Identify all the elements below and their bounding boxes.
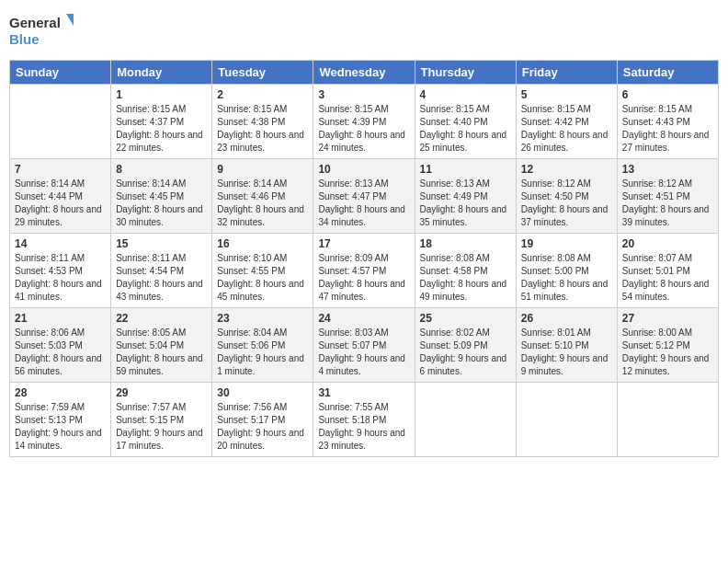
day-info: Sunrise: 8:12 AMSunset: 4:50 PMDaylight:… xyxy=(521,178,612,229)
day-number: 16 xyxy=(217,237,308,250)
calendar-cell: 24 Sunrise: 8:03 AMSunset: 5:07 PMDaylig… xyxy=(313,308,415,383)
day-info: Sunrise: 8:14 AMSunset: 4:45 PMDaylight:… xyxy=(116,178,207,229)
day-number: 27 xyxy=(622,312,713,325)
day-number: 21 xyxy=(15,312,106,325)
day-number: 26 xyxy=(521,312,612,325)
calendar-cell: 7 Sunrise: 8:14 AMSunset: 4:44 PMDayligh… xyxy=(10,159,111,234)
day-number: 19 xyxy=(521,237,612,250)
calendar-cell: 18 Sunrise: 8:08 AMSunset: 4:58 PMDaylig… xyxy=(415,234,516,308)
day-number: 8 xyxy=(116,163,207,176)
day-number: 28 xyxy=(15,386,106,399)
day-info: Sunrise: 8:14 AMSunset: 4:46 PMDaylight:… xyxy=(217,178,308,229)
calendar-cell: 22 Sunrise: 8:05 AMSunset: 5:04 PMDaylig… xyxy=(111,308,212,383)
logo-container: General Blue xyxy=(9,9,74,54)
day-info: Sunrise: 8:00 AMSunset: 5:12 PMDaylight:… xyxy=(622,327,713,378)
day-number: 30 xyxy=(217,386,308,399)
day-info: Sunrise: 8:04 AMSunset: 5:06 PMDaylight:… xyxy=(217,327,308,378)
header-monday: Monday xyxy=(111,61,212,85)
day-info: Sunrise: 8:07 AMSunset: 5:01 PMDaylight:… xyxy=(622,252,713,304)
day-number: 13 xyxy=(622,163,713,176)
calendar-cell: 13 Sunrise: 8:12 AMSunset: 4:51 PMDaylig… xyxy=(617,159,718,234)
calendar-cell: 21 Sunrise: 8:06 AMSunset: 5:03 PMDaylig… xyxy=(10,308,111,383)
day-info: Sunrise: 8:09 AMSunset: 4:57 PMDaylight:… xyxy=(318,252,409,304)
calendar-cell: 23 Sunrise: 8:04 AMSunset: 5:06 PMDaylig… xyxy=(212,308,313,383)
calendar-cell xyxy=(10,85,111,159)
day-info: Sunrise: 7:55 AMSunset: 5:18 PMDaylight:… xyxy=(318,401,409,453)
day-info: Sunrise: 8:14 AMSunset: 4:44 PMDaylight:… xyxy=(15,178,106,229)
day-info: Sunrise: 8:06 AMSunset: 5:03 PMDaylight:… xyxy=(15,327,106,378)
calendar-cell: 11 Sunrise: 8:13 AMSunset: 4:49 PMDaylig… xyxy=(415,159,516,234)
day-info: Sunrise: 8:08 AMSunset: 5:00 PMDaylight:… xyxy=(521,252,612,304)
svg-text:Blue: Blue xyxy=(9,31,40,47)
day-info: Sunrise: 8:13 AMSunset: 4:49 PMDaylight:… xyxy=(420,178,511,229)
calendar-cell: 25 Sunrise: 8:02 AMSunset: 5:09 PMDaylig… xyxy=(415,308,516,383)
calendar-cell: 4 Sunrise: 8:15 AMSunset: 4:40 PMDayligh… xyxy=(415,85,516,159)
day-info: Sunrise: 8:11 AMSunset: 4:54 PMDaylight:… xyxy=(116,252,207,304)
calendar-cell: 16 Sunrise: 8:10 AMSunset: 4:55 PMDaylig… xyxy=(212,234,313,308)
day-number: 17 xyxy=(318,237,409,250)
day-number: 31 xyxy=(318,386,409,399)
day-number: 5 xyxy=(521,88,612,101)
calendar-cell: 28 Sunrise: 7:59 AMSunset: 5:13 PMDaylig… xyxy=(10,383,111,457)
calendar-cell xyxy=(415,383,516,457)
day-info: Sunrise: 8:12 AMSunset: 4:51 PMDaylight:… xyxy=(622,178,713,229)
day-number: 2 xyxy=(217,88,308,101)
calendar-cell: 19 Sunrise: 8:08 AMSunset: 5:00 PMDaylig… xyxy=(516,234,617,308)
day-info: Sunrise: 7:57 AMSunset: 5:15 PMDaylight:… xyxy=(116,401,207,453)
header-thursday: Thursday xyxy=(415,61,516,85)
calendar-cell xyxy=(516,383,617,457)
day-number: 4 xyxy=(420,88,511,101)
day-info: Sunrise: 7:56 AMSunset: 5:17 PMDaylight:… xyxy=(217,401,308,453)
calendar-cell: 2 Sunrise: 8:15 AMSunset: 4:38 PMDayligh… xyxy=(212,85,313,159)
day-info: Sunrise: 8:10 AMSunset: 4:55 PMDaylight:… xyxy=(217,252,308,304)
header-friday: Friday xyxy=(516,61,617,85)
day-number: 6 xyxy=(622,88,713,101)
calendar-cell: 9 Sunrise: 8:14 AMSunset: 4:46 PMDayligh… xyxy=(212,159,313,234)
day-info: Sunrise: 8:15 AMSunset: 4:40 PMDaylight:… xyxy=(420,103,511,155)
calendar-table: SundayMondayTuesdayWednesdayThursdayFrid… xyxy=(9,60,719,457)
day-number: 29 xyxy=(116,386,207,399)
day-info: Sunrise: 8:15 AMSunset: 4:38 PMDaylight:… xyxy=(217,103,308,155)
calendar-cell: 14 Sunrise: 8:11 AMSunset: 4:53 PMDaylig… xyxy=(10,234,111,308)
calendar-cell: 31 Sunrise: 7:55 AMSunset: 5:18 PMDaylig… xyxy=(313,383,415,457)
calendar-cell: 3 Sunrise: 8:15 AMSunset: 4:39 PMDayligh… xyxy=(313,85,415,159)
day-number: 15 xyxy=(116,237,207,250)
calendar-cell: 17 Sunrise: 8:09 AMSunset: 4:57 PMDaylig… xyxy=(313,234,415,308)
calendar-cell: 5 Sunrise: 8:15 AMSunset: 4:42 PMDayligh… xyxy=(516,85,617,159)
day-info: Sunrise: 8:15 AMSunset: 4:39 PMDaylight:… xyxy=(318,103,409,155)
calendar-cell: 29 Sunrise: 7:57 AMSunset: 5:15 PMDaylig… xyxy=(111,383,212,457)
day-number: 22 xyxy=(116,312,207,325)
day-info: Sunrise: 8:02 AMSunset: 5:09 PMDaylight:… xyxy=(420,327,511,378)
day-number: 1 xyxy=(116,88,207,101)
day-number: 20 xyxy=(622,237,713,250)
day-info: Sunrise: 8:03 AMSunset: 5:07 PMDaylight:… xyxy=(318,327,409,378)
day-info: Sunrise: 8:01 AMSunset: 5:10 PMDaylight:… xyxy=(521,327,612,378)
day-number: 3 xyxy=(318,88,409,101)
calendar-cell: 27 Sunrise: 8:00 AMSunset: 5:12 PMDaylig… xyxy=(617,308,718,383)
calendar-cell: 26 Sunrise: 8:01 AMSunset: 5:10 PMDaylig… xyxy=(516,308,617,383)
calendar-cell: 12 Sunrise: 8:12 AMSunset: 4:50 PMDaylig… xyxy=(516,159,617,234)
day-number: 24 xyxy=(318,312,409,325)
logo: General Blue xyxy=(9,9,74,54)
calendar-cell: 1 Sunrise: 8:15 AMSunset: 4:37 PMDayligh… xyxy=(111,85,212,159)
svg-marker-2 xyxy=(66,14,74,26)
day-number: 25 xyxy=(420,312,511,325)
header-saturday: Saturday xyxy=(617,61,718,85)
day-info: Sunrise: 8:08 AMSunset: 4:58 PMDaylight:… xyxy=(420,252,511,304)
calendar-cell: 15 Sunrise: 8:11 AMSunset: 4:54 PMDaylig… xyxy=(111,234,212,308)
header: General Blue xyxy=(9,9,719,54)
day-number: 12 xyxy=(521,163,612,176)
day-number: 23 xyxy=(217,312,308,325)
day-info: Sunrise: 8:15 AMSunset: 4:43 PMDaylight:… xyxy=(622,103,713,155)
logo-svg: General Blue xyxy=(9,9,74,51)
day-info: Sunrise: 8:15 AMSunset: 4:37 PMDaylight:… xyxy=(116,103,207,155)
header-wednesday: Wednesday xyxy=(313,61,415,85)
day-info: Sunrise: 8:11 AMSunset: 4:53 PMDaylight:… xyxy=(15,252,106,304)
day-number: 10 xyxy=(318,163,409,176)
calendar-cell: 8 Sunrise: 8:14 AMSunset: 4:45 PMDayligh… xyxy=(111,159,212,234)
calendar-cell: 10 Sunrise: 8:13 AMSunset: 4:47 PMDaylig… xyxy=(313,159,415,234)
header-tuesday: Tuesday xyxy=(212,61,313,85)
calendar-cell: 20 Sunrise: 8:07 AMSunset: 5:01 PMDaylig… xyxy=(617,234,718,308)
day-info: Sunrise: 8:05 AMSunset: 5:04 PMDaylight:… xyxy=(116,327,207,378)
day-info: Sunrise: 7:59 AMSunset: 5:13 PMDaylight:… xyxy=(15,401,106,453)
